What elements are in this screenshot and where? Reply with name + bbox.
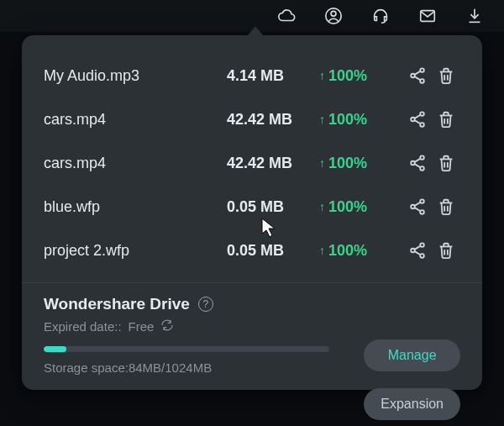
profile-icon[interactable] [324, 7, 343, 25]
svg-point-10 [411, 161, 415, 166]
trash-icon[interactable] [432, 197, 460, 216]
file-size: 0.05 MB [227, 242, 319, 260]
svg-point-12 [420, 199, 424, 203]
trash-icon[interactable] [432, 110, 460, 129]
trash-icon[interactable] [432, 241, 460, 260]
popover-arrow [248, 26, 263, 35]
expired-label: Expired date:: [44, 319, 122, 334]
share-icon[interactable] [403, 197, 432, 216]
svg-point-14 [420, 210, 424, 214]
svg-point-15 [420, 243, 424, 247]
file-size: 4.14 MB [227, 67, 319, 85]
drive-title: Wondershare Drive [44, 295, 190, 313]
file-size: 0.05 MB [227, 198, 319, 216]
trash-icon[interactable] [432, 66, 460, 85]
cloud-panel: My Audio.mp34.14 MB↑ 100%cars.mp442.42 M… [22, 35, 482, 390]
file-name: cars.mp4 [44, 111, 227, 129]
svg-point-6 [420, 112, 424, 116]
file-size: 42.42 MB [227, 111, 319, 129]
file-progress: ↑ 100% [319, 198, 403, 216]
file-size: 42.42 MB [227, 155, 319, 172]
upload-arrow-icon: ↑ [319, 200, 325, 213]
svg-point-11 [420, 166, 424, 171]
upload-arrow-icon: ↑ [319, 69, 325, 82]
file-row: cars.mp442.42 MB↑ 100% [44, 141, 460, 185]
download-icon[interactable] [465, 7, 484, 25]
side-buttons: Manage Expansion [364, 339, 460, 420]
headset-icon[interactable] [371, 7, 390, 25]
file-row: My Audio.mp34.14 MB↑ 100% [44, 54, 460, 97]
svg-point-16 [411, 249, 415, 253]
svg-point-9 [420, 155, 424, 160]
expired-value: Free [129, 319, 155, 334]
storage-bar [44, 346, 329, 352]
manage-button[interactable]: Manage [364, 339, 460, 371]
storage-bar-fill [44, 346, 66, 352]
upload-arrow-icon: ↑ [319, 244, 325, 257]
expansion-button[interactable]: Expansion [364, 388, 460, 420]
file-name: My Audio.mp3 [44, 67, 227, 85]
mouse-cursor [260, 217, 277, 242]
file-row: project 2.wfp0.05 MB↑ 100% [44, 229, 460, 272]
file-name: blue.wfp [44, 198, 227, 216]
file-row: cars.mp442.42 MB↑ 100% [44, 97, 460, 141]
svg-point-1 [331, 11, 336, 16]
file-row: blue.wfp0.05 MB↑ 100% [44, 185, 460, 229]
svg-point-8 [420, 123, 424, 127]
svg-point-5 [420, 79, 424, 83]
mail-icon[interactable] [418, 7, 437, 25]
file-progress: ↑ 100% [319, 242, 403, 260]
file-name: cars.mp4 [44, 155, 227, 172]
svg-point-7 [411, 118, 415, 122]
upload-arrow-icon: ↑ [319, 156, 325, 170]
file-progress: ↑ 100% [319, 155, 403, 172]
svg-point-4 [411, 74, 415, 78]
trash-icon[interactable] [432, 154, 460, 172]
svg-point-13 [411, 205, 415, 209]
share-icon[interactable] [403, 154, 432, 172]
refresh-icon[interactable] [160, 318, 174, 334]
share-icon[interactable] [403, 110, 432, 129]
file-list: My Audio.mp34.14 MB↑ 100%cars.mp442.42 M… [22, 54, 482, 272]
file-progress: ↑ 100% [319, 111, 403, 129]
share-icon[interactable] [403, 241, 432, 260]
file-name: project 2.wfp [44, 242, 227, 260]
share-icon[interactable] [403, 66, 432, 85]
svg-point-17 [420, 254, 424, 258]
help-icon[interactable]: ? [198, 297, 213, 312]
upload-arrow-icon: ↑ [319, 113, 325, 126]
file-progress: ↑ 100% [319, 67, 403, 85]
cloud-icon[interactable] [277, 7, 296, 25]
svg-point-3 [420, 68, 424, 72]
